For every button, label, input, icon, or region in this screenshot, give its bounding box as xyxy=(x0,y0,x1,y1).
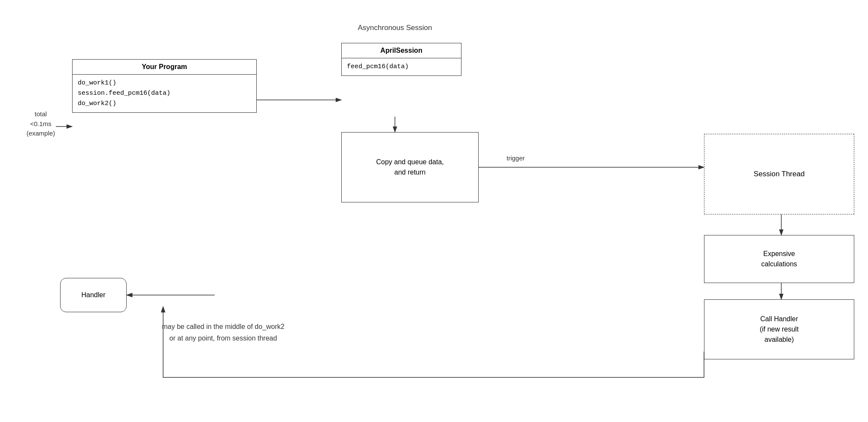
line3: do_work2() xyxy=(78,99,251,109)
trigger-label: trigger xyxy=(507,154,525,162)
session-thread-box: Session Thread xyxy=(704,134,854,214)
handler-note-label: may be called in the middle of do_work2 … xyxy=(103,321,343,344)
your-program-box: Your Program do_work1() session.feed_pcm… xyxy=(72,59,257,113)
april-session-title: AprilSession xyxy=(342,43,461,58)
april-session-method: feed_pcm16(data) xyxy=(342,58,461,75)
total-time-label: total <0.1ms (example) xyxy=(13,109,69,139)
line2: session.feed_pcm16(data) xyxy=(78,88,251,99)
your-program-body: do_work1() session.feed_pcm16(data) do_w… xyxy=(73,75,256,112)
handler-box: Handler xyxy=(60,278,127,312)
call-handler-box: Call Handler (if new result available) xyxy=(704,299,854,359)
copy-queue-box: Copy and queue data, and return xyxy=(341,132,479,202)
async-session-label: Asynchronous Session xyxy=(326,24,464,32)
april-session-box: AprilSession feed_pcm16(data) xyxy=(341,43,461,76)
expensive-box: Expensive calculations xyxy=(704,235,854,283)
line1: do_work1() xyxy=(78,78,251,88)
your-program-title: Your Program xyxy=(73,60,256,75)
